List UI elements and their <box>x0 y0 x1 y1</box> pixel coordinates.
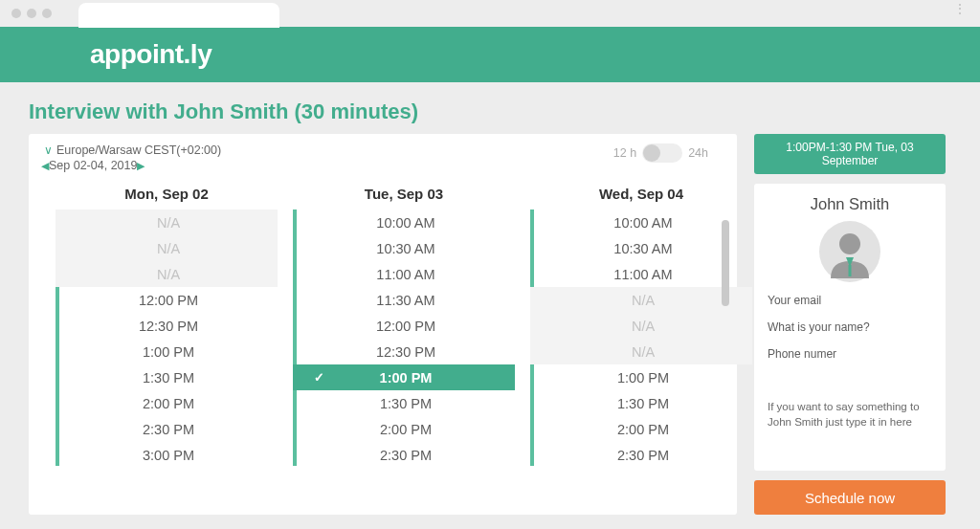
browser-tab[interactable] <box>78 3 279 28</box>
scrollbar-thumb[interactable] <box>722 220 729 306</box>
toggle-thumb <box>643 144 660 162</box>
time-slot[interactable]: 1:00 PM <box>56 339 278 364</box>
day-columns: Mon, Sep 02N/AN/AN/A12:00 PM12:30 PM1:00… <box>29 186 737 474</box>
time-slot[interactable]: 10:30 AM <box>530 235 752 261</box>
slot-label: 2:00 PM <box>380 422 432 437</box>
slot-label: 10:30 AM <box>376 241 434 256</box>
time-slot[interactable]: 10:00 AM <box>530 209 752 235</box>
slot-label: 11:00 AM <box>613 267 672 282</box>
slot-label: 10:00 AM <box>613 215 672 231</box>
time-slot[interactable]: 1:30 PM <box>56 364 278 390</box>
time-slot[interactable]: 12:00 PM <box>56 287 278 313</box>
day-column: Wed, Sep 0410:00 AM10:30 AM11:00 AMN/AN/… <box>530 186 752 474</box>
selected-time-badge: 1:00PM-1:30 PM Tue, 03 September <box>754 134 946 174</box>
day-column: Mon, Sep 02N/AN/AN/A12:00 PM12:30 PM1:00… <box>56 186 278 474</box>
check-icon: ✓ <box>314 370 324 385</box>
time-slot[interactable]: 12:00 PM <box>293 313 515 339</box>
slot-label: 2:30 PM <box>143 422 194 437</box>
phone-field[interactable]: Phone numer <box>768 347 932 361</box>
time-slot[interactable]: 12:30 PM <box>293 339 515 364</box>
slot-label: 12:30 PM <box>376 344 435 360</box>
time-slot[interactable]: 3:00 PM <box>56 442 278 466</box>
schedule-button[interactable]: Schedule now <box>754 480 946 515</box>
time-slot[interactable]: 2:00 PM <box>530 416 752 442</box>
slot-label: 1:30 PM <box>617 396 669 411</box>
time-slot: N/A <box>530 339 752 364</box>
next-arrow-icon[interactable]: ▶ <box>137 160 145 172</box>
slot-label: 10:30 AM <box>613 241 672 256</box>
close-dot[interactable] <box>11 9 21 18</box>
svg-rect-2 <box>849 265 852 276</box>
time-format-toggle-row: 12 h 24h <box>613 143 708 163</box>
day-header: Wed, Sep 04 <box>530 186 752 209</box>
time-slot[interactable]: 1:00 PM <box>530 364 752 390</box>
format-24h-label: 24h <box>688 146 708 160</box>
avatar <box>819 221 880 282</box>
time-slot[interactable]: 2:30 PM <box>56 416 278 442</box>
slot-label: 1:30 PM <box>380 396 432 411</box>
time-slot[interactable]: 1:30 PM <box>293 390 515 416</box>
time-slot[interactable]: ✓1:00 PM <box>293 364 515 390</box>
slot-list: 10:00 AM10:30 AM11:00 AMN/AN/AN/A1:00 PM… <box>530 209 752 466</box>
slot-label: 12:30 PM <box>139 319 198 334</box>
svg-point-1 <box>839 233 860 254</box>
time-slot: N/A <box>56 261 278 287</box>
day-header: Tue, Sep 03 <box>293 186 515 209</box>
chevron-down-icon: ∨ <box>44 143 53 157</box>
logo: appoint.ly <box>90 39 212 70</box>
scrollbar[interactable] <box>722 220 729 450</box>
host-name: John Smith <box>768 195 932 213</box>
time-slot[interactable]: 11:00 AM <box>530 261 752 287</box>
time-slot[interactable]: 11:30 AM <box>293 287 515 313</box>
time-slot[interactable]: 2:00 PM <box>56 390 278 416</box>
slot-label: N/A <box>632 293 655 308</box>
time-slot[interactable]: 2:30 PM <box>530 442 752 466</box>
time-slot[interactable]: 10:00 AM <box>293 209 515 235</box>
slot-label: 1:00 PM <box>380 370 433 386</box>
slot-label: N/A <box>157 267 180 282</box>
time-slot: N/A <box>530 313 752 339</box>
name-field[interactable]: What is your name? <box>768 320 932 334</box>
date-range-label: Sep 02-04, 2019 <box>49 159 137 172</box>
day-header: Mon, Sep 02 <box>56 186 278 209</box>
time-slot: N/A <box>56 209 278 235</box>
slot-label: 11:00 AM <box>376 267 434 282</box>
browser-chrome: ⋮ <box>0 0 980 27</box>
prev-arrow-icon[interactable]: ◀ <box>41 160 49 172</box>
timezone-label: Europe/Warsaw CEST(+02:00) <box>56 143 221 157</box>
slot-label: N/A <box>157 215 180 231</box>
slot-label: 1:00 PM <box>617 370 669 386</box>
time-slot[interactable]: 12:30 PM <box>56 313 278 339</box>
slot-label: 12:00 PM <box>376 319 435 334</box>
email-field[interactable]: Your email <box>768 294 932 307</box>
page-title: Interview with John Smith (30 minutes) <box>29 99 980 124</box>
slot-label: 2:30 PM <box>380 448 432 463</box>
slot-label: N/A <box>157 241 180 256</box>
slot-label: 2:00 PM <box>617 422 669 437</box>
more-icon[interactable]: ⋮ <box>953 8 967 11</box>
host-card: John Smith Your email What is your name?… <box>754 184 946 471</box>
time-slot: N/A <box>530 287 752 313</box>
app-header: appoint.ly <box>0 27 980 82</box>
slot-label: 2:00 PM <box>143 396 194 411</box>
minimize-dot[interactable] <box>27 9 36 18</box>
time-slot: N/A <box>56 235 278 261</box>
slot-label: 1:30 PM <box>143 370 194 386</box>
slot-list: 10:00 AM10:30 AM11:00 AM11:30 AM12:00 PM… <box>293 209 515 466</box>
time-slot[interactable]: 2:30 PM <box>293 442 515 466</box>
format-12h-label: 12 h <box>613 146 636 160</box>
side-panel: 1:00PM-1:30 PM Tue, 03 September John Sm… <box>754 134 946 515</box>
note-field[interactable]: If you want to say something to John Smi… <box>768 399 932 430</box>
maximize-dot[interactable] <box>42 9 52 18</box>
slot-label: 2:30 PM <box>617 448 669 463</box>
time-slot[interactable]: 10:30 AM <box>293 235 515 261</box>
slot-label: 10:00 AM <box>376 215 434 231</box>
time-slot[interactable]: 11:00 AM <box>293 261 515 287</box>
window-controls <box>11 9 52 18</box>
slot-label: N/A <box>632 344 655 360</box>
time-slot[interactable]: 2:00 PM <box>293 416 515 442</box>
slot-label: 12:00 PM <box>139 293 198 308</box>
slot-label: 1:00 PM <box>143 344 194 360</box>
time-slot[interactable]: 1:30 PM <box>530 390 752 416</box>
time-format-toggle[interactable] <box>642 143 682 163</box>
